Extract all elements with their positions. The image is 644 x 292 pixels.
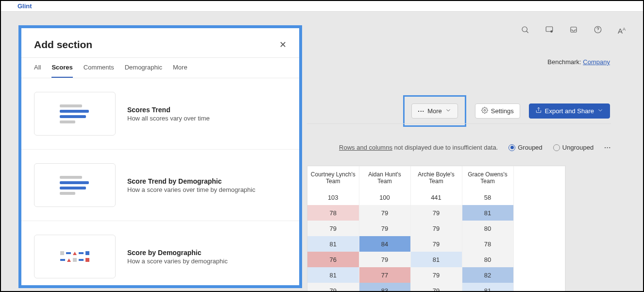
cell: 79	[410, 205, 462, 221]
svg-point-3	[550, 31, 553, 33]
more-button-highlight: ··· More	[403, 95, 466, 127]
cell: 81	[462, 205, 513, 221]
section-title: Score by Demographic	[127, 249, 228, 257]
cell: 79	[410, 221, 462, 236]
cell: 78	[307, 205, 359, 221]
gear-icon	[481, 107, 488, 115]
benchmark-label: Benchmark:	[547, 58, 581, 66]
tab-all[interactable]: All	[34, 58, 41, 78]
radio-icon	[553, 144, 560, 151]
modal-tabs: All Scores Comments Demographic More	[21, 58, 299, 78]
benchmark: Benchmark: Company	[547, 58, 610, 66]
divider	[307, 123, 611, 124]
section-title: Scores Trend	[127, 106, 210, 114]
column-header[interactable]: Courtney Lynch's Team	[307, 166, 359, 189]
app-name: Glint	[5, 2, 32, 10]
svg-line-1	[526, 31, 528, 33]
chevron-down-icon	[597, 107, 604, 115]
tab-scores[interactable]: Scores	[51, 58, 72, 78]
insufficient-data-msg: Rows and columns not displayed due to in…	[339, 144, 498, 151]
cell: 81	[410, 252, 462, 267]
cell: 80	[462, 252, 513, 267]
modal-body: Scores Trend How all scores vary over ti…	[21, 78, 299, 285]
section-option-score-trend-demo[interactable]: Score Trend by Demographic How a score v…	[21, 150, 299, 221]
column-header[interactable]: Grace Owens's Team	[462, 166, 513, 189]
table-row: 103 100 441 58	[307, 189, 565, 205]
screen-icon[interactable]	[545, 25, 554, 36]
cell: 58	[462, 189, 513, 205]
thumbnail-icon	[34, 163, 116, 207]
svg-point-0	[522, 27, 527, 32]
more-button[interactable]: ··· More	[411, 103, 458, 119]
cell: 441	[410, 189, 462, 205]
blank-column	[513, 166, 565, 189]
cell: 77	[359, 267, 410, 283]
modal-header: Add section ✕	[21, 28, 299, 58]
cell: 78	[462, 236, 513, 252]
table-row: 79 83 79 81	[307, 283, 565, 292]
toolbar: ··· More Settings Export and Share	[403, 95, 610, 127]
ellipsis-icon: ···	[418, 107, 424, 115]
search-icon[interactable]	[521, 25, 529, 36]
section-option-scores-trend[interactable]: Scores Trend How all scores vary over ti…	[21, 78, 299, 150]
svg-rect-4	[571, 27, 576, 33]
cell: 79	[410, 236, 462, 252]
cell: 79	[410, 267, 462, 283]
close-icon[interactable]: ✕	[279, 40, 287, 49]
cell: 79	[359, 252, 410, 267]
table-row: 81 77 79 82	[307, 267, 565, 283]
cell: 76	[307, 252, 359, 267]
cell: 100	[359, 189, 410, 205]
benchmark-link[interactable]: Company	[583, 58, 610, 66]
radio-grouped[interactable]: Grouped	[508, 144, 542, 151]
tab-comments[interactable]: Comments	[84, 58, 114, 78]
table-row: 76 79 81 80	[307, 252, 565, 267]
cell: 79	[307, 283, 359, 292]
cell: 82	[462, 267, 513, 283]
top-nav: Glint	[1, 1, 643, 12]
modal-title: Add section	[34, 39, 92, 51]
svg-point-6	[598, 31, 598, 32]
cell: 79	[307, 221, 359, 236]
cell: 103	[307, 189, 359, 205]
tab-demographic[interactable]: Demographic	[125, 58, 162, 78]
chevron-down-icon	[445, 107, 452, 115]
table-more-icon[interactable]: ···	[604, 144, 611, 151]
thumbnail-icon	[34, 92, 116, 136]
cell: 79	[410, 283, 462, 292]
table-row: 81 84 79 78	[307, 236, 565, 252]
radio-grouped-label: Grouped	[518, 144, 542, 151]
cell: 81	[307, 267, 359, 283]
export-share-button[interactable]: Export and Share	[529, 103, 610, 119]
heatmap-table: Courtney Lynch's Team Aidan Hunt's Team …	[307, 166, 566, 292]
grouping-options-row: Rows and columns not displayed due to in…	[307, 144, 611, 151]
radio-ungrouped-label: Ungrouped	[562, 144, 593, 151]
section-option-score-by-demo[interactable]: Score by Demographic How a score varies …	[21, 221, 299, 285]
export-share-label: Export and Share	[545, 107, 594, 115]
column-header[interactable]: Archie Boyle's Team	[410, 166, 462, 189]
cell: 79	[359, 205, 410, 221]
cell: 81	[462, 283, 513, 292]
table-row: 78 79 79 81	[307, 205, 565, 221]
main-area: AA Benchmark: Company ··· More Settings …	[1, 12, 643, 291]
help-icon[interactable]	[593, 25, 602, 36]
radio-ungrouped[interactable]: Ungrouped	[553, 144, 593, 151]
cell: 80	[462, 221, 513, 236]
inbox-icon[interactable]	[569, 25, 578, 36]
share-icon	[535, 107, 542, 115]
settings-button[interactable]: Settings	[475, 103, 520, 119]
add-section-modal: Add section ✕ All Scores Comments Demogr…	[18, 25, 302, 288]
cell: 84	[359, 236, 410, 252]
tab-more[interactable]: More	[173, 58, 187, 78]
section-title: Score Trend by Demographic	[127, 177, 255, 185]
table-row: 79 79 79 80	[307, 221, 565, 236]
header-icon-row: AA	[521, 25, 626, 36]
font-size-icon[interactable]: AA	[618, 27, 626, 35]
section-desc: How all scores vary over time	[127, 115, 210, 122]
thumbnail-icon	[34, 235, 116, 278]
radio-icon	[508, 144, 515, 151]
column-header[interactable]: Aidan Hunt's Team	[359, 166, 410, 189]
settings-button-label: Settings	[491, 107, 514, 115]
cell: 81	[307, 236, 359, 252]
rows-cols-link[interactable]: Rows and columns	[339, 144, 392, 151]
